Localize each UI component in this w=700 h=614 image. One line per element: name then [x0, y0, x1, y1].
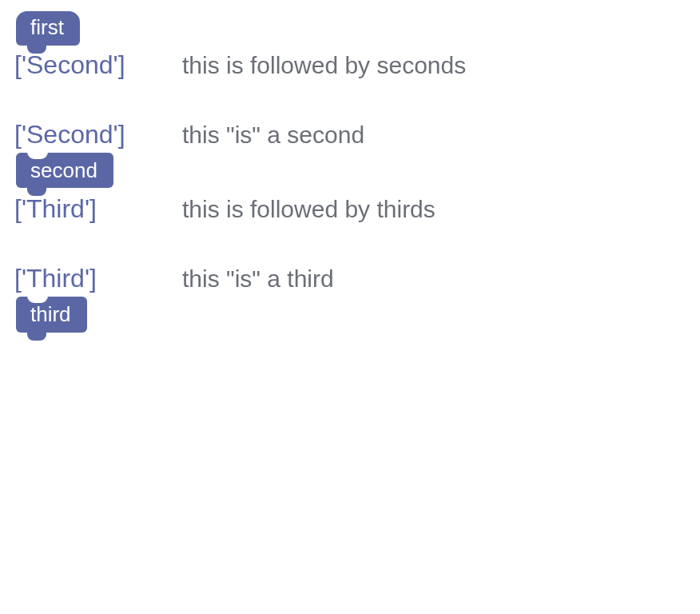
tag-label: ['Third']	[14, 194, 182, 224]
row-second-followed: ['Second'] this is followed by seconds	[14, 50, 700, 80]
block-first[interactable]: first	[16, 11, 80, 46]
block-third[interactable]: third	[16, 297, 87, 333]
row-description: this "is" a second	[182, 122, 364, 149]
tag-label: ['Second']	[14, 120, 182, 150]
row-third-is: ['Third'] this "is" a third	[14, 264, 700, 293]
row-description: this "is" a third	[182, 265, 334, 293]
tag-label: ['Second']	[14, 50, 182, 80]
row-second-is: ['Second'] this "is" a second	[14, 120, 700, 150]
tag-label: ['Third']	[14, 264, 182, 293]
row-third-followed: ['Third'] this is followed by thirds	[14, 194, 700, 224]
block-second[interactable]: second	[16, 153, 113, 189]
row-description: this is followed by seconds	[182, 52, 466, 79]
row-description: this is followed by thirds	[182, 196, 436, 223]
